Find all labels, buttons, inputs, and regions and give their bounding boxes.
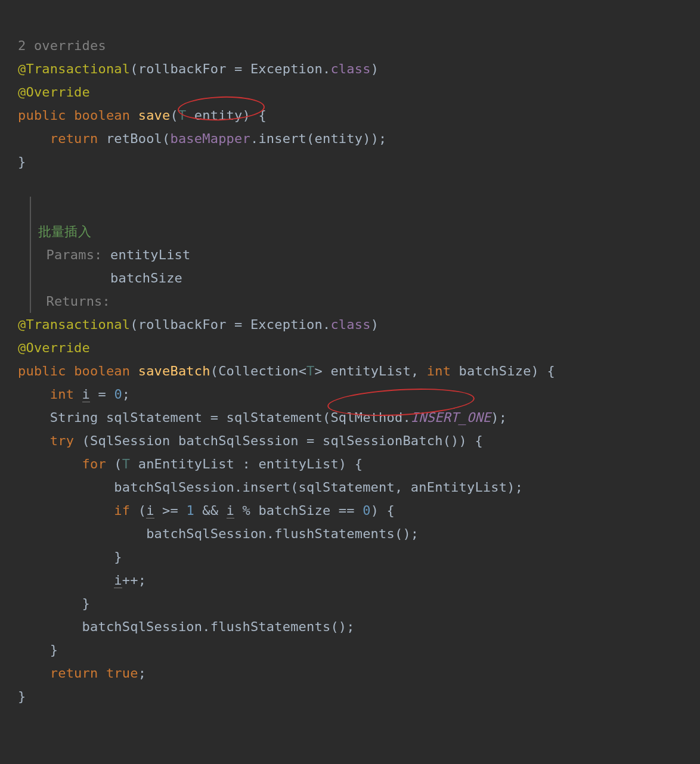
field-baseMapper: baseMapper <box>170 131 250 146</box>
kw-public: public <box>18 108 66 123</box>
javadoc-title: 批量插入 <box>38 224 91 239</box>
call-retBool: retBool <box>106 131 162 146</box>
local-i: i <box>82 387 90 402</box>
javadoc-params-label: Params: <box>46 247 102 262</box>
annotation-override: @Override <box>18 85 90 100</box>
enum-insert-one: INSERT_ONE <box>411 410 491 425</box>
javadoc-block: 批量插入 Params: entityList batchSize Return… <box>30 197 190 313</box>
annotation-override-2: @Override <box>18 340 90 355</box>
javadoc-returns-label: Returns: <box>46 294 110 309</box>
annotation-transactional-2: @Transactional <box>18 317 130 332</box>
method-saveBatch: saveBatch <box>138 364 210 378</box>
code-editor[interactable]: 2 overrides @Transactional(rollbackFor =… <box>0 0 700 754</box>
method-save: save <box>138 108 171 123</box>
overrides-hint: 2 overrides <box>18 38 106 53</box>
call-sqlSessionBatch: sqlSessionBatch <box>323 433 443 448</box>
annotation-transactional: @Transactional <box>18 61 130 76</box>
